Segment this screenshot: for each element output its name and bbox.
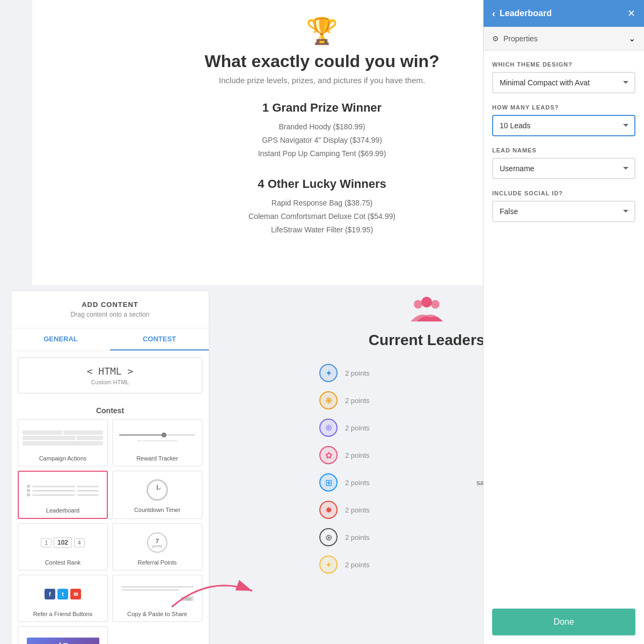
done-button[interactable]: Done — [492, 609, 635, 635]
refer-friend-label: Refer a Friend Buttons — [23, 611, 103, 617]
countdown-timer-label: Countdown Timer — [117, 507, 197, 513]
content-item-refer-friend[interactable]: f t ✉ Refer a Friend Buttons — [18, 575, 108, 622]
how-many-leads-select[interactable]: 5 Leads 10 Leads 25 Leads 50 Leads — [492, 115, 635, 136]
content-item-reward-tracker[interactable]: — ———————— Reward Tracker — [112, 419, 202, 466]
campaign-actions-label: Campaign Actions — [23, 455, 103, 462]
tab-general[interactable]: GENERAL — [11, 328, 110, 350]
panel-back-icon[interactable]: ‹ — [492, 8, 495, 19]
panel-body: WHICH THEME DESIGN? Minimal Compact with… — [484, 50, 644, 600]
svg-point-2 — [421, 297, 432, 308]
panel-close-icon[interactable]: ✕ — [627, 8, 635, 19]
gear-icon: ⚙ — [492, 34, 499, 43]
content-item-contest-box[interactable]: ▲ ▬ Contest Box — [18, 626, 108, 644]
leader-avatar: ⊛ — [319, 528, 338, 546]
sidebar-header: ADD CONTENT Drag content onto a section — [11, 291, 209, 328]
theme-design-select[interactable]: Minimal Compact with Avat Full Width Com… — [492, 72, 635, 93]
content-item-campaign-actions[interactable]: Campaign Actions — [18, 419, 108, 466]
lead-names-field: LEAD NAMES Username Full Name First Name — [492, 147, 635, 179]
tab-contest[interactable]: CONTEST — [110, 328, 209, 350]
sidebar-tabs: GENERAL CONTEST — [11, 328, 209, 351]
content-item-leaderboard[interactable]: Leaderboard — [18, 471, 108, 519]
arrow-indicator — [166, 564, 263, 618]
content-item-contest-rank[interactable]: 1 102 4 Contest Rank — [18, 523, 108, 570]
how-many-leads-label: HOW MANY LEADS? — [492, 104, 635, 111]
include-social-id-field: INCLUDE SOCIAL ID? False True — [492, 190, 635, 222]
html-label: Custom HTML — [26, 379, 194, 385]
include-social-id-select[interactable]: False True — [492, 201, 635, 222]
leader-points: 2 points — [345, 397, 500, 405]
leaderboard-label: Leaderboard — [23, 507, 103, 514]
sidebar-subtitle: Drag content onto a section — [21, 311, 199, 318]
leader-avatar: ✦ — [319, 364, 338, 382]
leader-avatar: ❋ — [319, 391, 338, 409]
leader-avatar: ✿ — [319, 446, 338, 464]
leader-points: 2 points — [345, 479, 477, 487]
theme-design-field: WHICH THEME DESIGN? Minimal Compact with… — [492, 61, 635, 93]
theme-design-label: WHICH THEME DESIGN? — [492, 61, 635, 68]
html-tag: < HTML > — [26, 365, 194, 377]
html-block[interactable]: < HTML > Custom HTML — [18, 357, 202, 393]
panel-properties-bar: ⚙ Properties ⌄ — [484, 27, 644, 50]
right-panel: ‹ Leaderboard ✕ ⚙ Properties ⌄ WHICH THE… — [483, 0, 644, 644]
leader-points: 2 points — [345, 424, 505, 432]
svg-point-1 — [414, 300, 422, 309]
leader-points: 2 points — [345, 369, 493, 377]
leaders-icon — [411, 296, 443, 326]
chevron-down-icon[interactable]: ⌄ — [628, 33, 635, 43]
lead-names-label: LEAD NAMES — [492, 147, 635, 153]
reward-tracker-label: Reward Tracker — [117, 455, 197, 462]
lead-names-select[interactable]: Username Full Name First Name — [492, 158, 635, 179]
how-many-leads-field: HOW MANY LEADS? 5 Leads 10 Leads 25 Lead… — [492, 104, 635, 136]
contest-section-label: Contest — [11, 400, 209, 419]
leader-avatar: ✦ — [319, 555, 338, 574]
svg-point-3 — [431, 300, 440, 309]
content-item-referral-points[interactable]: 7 points Referral Points — [112, 523, 202, 570]
panel-header: ‹ Leaderboard ✕ — [484, 0, 644, 27]
sidebar-title: ADD CONTENT — [21, 301, 199, 309]
contest-rank-label: Contest Rank — [23, 559, 103, 566]
content-item-countdown-timer[interactable]: Countdown Timer — [112, 471, 202, 519]
properties-label: Properties — [503, 34, 538, 43]
include-social-id-label: INCLUDE SOCIAL ID? — [492, 190, 635, 196]
panel-title: Leaderboard — [500, 9, 552, 18]
leader-avatar: ✸ — [319, 501, 338, 519]
leader-points: 2 points — [345, 506, 487, 514]
leader-avatar: ⊞ — [319, 473, 338, 492]
leaders-title: Current Leaders — [369, 332, 485, 349]
leader-avatar: ❊ — [319, 419, 338, 437]
leader-points: 2 points — [345, 533, 501, 541]
